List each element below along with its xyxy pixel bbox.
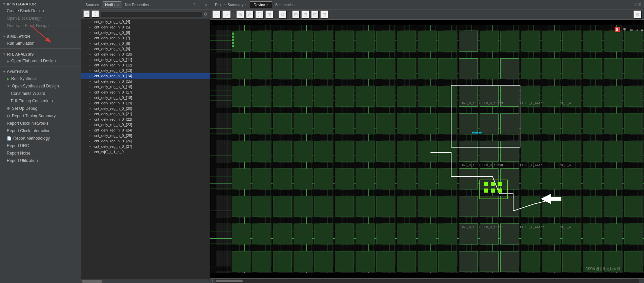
sidebar-item-run-synthesis[interactable]: ▶ Run Synthesis <box>0 75 81 82</box>
tab-net-properties[interactable]: Net Properties <box>122 2 152 8</box>
settings-icon[interactable]: ⚙ <box>204 12 208 17</box>
svg-rect-164 <box>459 58 478 79</box>
device-schematic-svg: INT_R_X3 CLBLM_R_X3Y59 CLBLL_L_X4Y59 INT… <box>210 20 644 278</box>
svg-rect-190 <box>583 86 602 107</box>
search-input[interactable] <box>101 11 202 17</box>
tab-netlist[interactable]: Netlist × <box>102 1 121 8</box>
float-icon[interactable]: × <box>205 3 207 7</box>
sidebar-item-open-block-design[interactable]: Open Block Design <box>0 15 81 22</box>
scroll-right-button[interactable]: › <box>640 279 644 283</box>
netlist-item[interactable]: ⌐cnt_fs[0]_i_1_n_0 <box>81 149 210 155</box>
netlist-item[interactable]: ⌐cnt_dely_reg_n_0_[24] <box>81 127 210 133</box>
sidebar-item-report-drc[interactable]: Report DRC <box>0 142 81 149</box>
netlist-item[interactable]: ⌐cnt_dely_reg_n_0_[22] <box>81 117 210 122</box>
fit-button[interactable]: ⛶ <box>255 11 264 19</box>
tab-project-summary[interactable]: Project Summary × <box>212 2 250 8</box>
netlist-item[interactable]: ⌐cnt_dely_reg_n_0_[14] <box>81 73 210 79</box>
layer-button[interactable]: ⊡ <box>320 11 328 19</box>
collapse-all-button[interactable]: ≡ <box>83 10 90 18</box>
tab-sources[interactable]: Sources <box>83 2 102 8</box>
netlist-item[interactable]: ⌐cnt_dely_reg_n_0_[7] <box>81 35 210 41</box>
section-synthesis[interactable]: ▼ SYNTHESIS <box>0 68 81 75</box>
svg-rect-283 <box>439 224 457 244</box>
svg-rect-146 <box>500 31 519 52</box>
netlist-item[interactable]: ⌐cnt_dely_reg_n_0_[6] <box>81 30 210 35</box>
sidebar-item-open-synthesized-design[interactable]: ▼ Open Synthesized Design <box>0 82 81 90</box>
sidebar-item-generate-block-design[interactable]: Generate Block Design <box>0 22 81 29</box>
sidebar-item-constraints-wizard[interactable]: Constraints Wizard <box>0 90 81 97</box>
minimize-icon[interactable]: - <box>197 3 199 7</box>
tab-device[interactable]: Device × <box>250 1 271 8</box>
zoom-in-button[interactable]: ⊕ <box>236 11 244 19</box>
svg-rect-30 <box>210 163 644 168</box>
netlist-item[interactable]: ⌐cnt_dely_reg_n_0_[13] <box>81 68 210 73</box>
netlist-item[interactable]: ⌐cnt_dely_reg_n_0_[11] <box>81 57 210 62</box>
svg-text:INT_R_X3: INT_R_X3 <box>462 225 477 229</box>
netlist-item[interactable]: ⌐cnt_dely_reg_n_0_[17] <box>81 89 210 95</box>
svg-rect-336 <box>479 132 481 134</box>
netlist-item[interactable]: ⌐cnt_dely_reg_n_0_[16] <box>81 84 210 89</box>
device-canvas[interactable]: INT_R_X3 CLBLM_R_X3Y59 CLBLL_L_X4Y59 INT… <box>210 20 644 278</box>
forward-button[interactable]: → <box>222 11 231 19</box>
grid-button[interactable]: ⊞ <box>292 11 300 19</box>
netlist-item[interactable]: ⌐cnt_dely_reg_n_0_[4] <box>81 19 210 24</box>
help-icon[interactable]: ? <box>193 3 195 7</box>
sidebar-item-report-noise[interactable]: Report Noise <box>0 149 81 157</box>
netlist-item[interactable]: ⌐cnt_dely_reg_n_0_[15] <box>81 79 210 84</box>
svg-rect-140 <box>377 31 395 52</box>
sidebar-item-create-block-design[interactable]: Create Block Design <box>0 7 81 15</box>
netlist-item[interactable]: ⌐cnt_dely_reg_n_0_[5] <box>81 24 210 30</box>
section-rtl-analysis[interactable]: ▼ RTL ANALYSIS <box>0 50 81 57</box>
float-icon[interactable]: ⊡ <box>638 2 641 7</box>
tab-schematic[interactable]: Schematic × <box>272 2 299 8</box>
scroll-thumb[interactable] <box>216 280 243 282</box>
expand-all-button[interactable]: ⇕ <box>92 10 99 18</box>
netlist-item[interactable]: ⌐cnt_dely_reg_n_0_[8] <box>81 41 210 46</box>
zoom-out-button[interactable]: ⊖ <box>246 11 254 19</box>
netlist-item[interactable]: ⌐cnt_dely_reg_n_0_[12] <box>81 62 210 68</box>
sidebar-item-edit-timing-constraints[interactable]: Edit Timing Constraints <box>0 97 81 105</box>
sidebar-item-report-clock-networks[interactable]: Report Clock Networks <box>0 120 81 127</box>
sidebar-item-run-simulation[interactable]: Run Simulation <box>0 40 81 47</box>
sidebar-item-open-elaborated-design[interactable]: ▶ Open Elaborated Design <box>0 57 81 65</box>
toggle-button[interactable]: ⊟ <box>311 11 319 19</box>
fit-selection-button[interactable]: ⊞ <box>265 11 274 19</box>
back-button[interactable]: ← <box>212 11 221 19</box>
netlist-item[interactable]: ⌐cnt_dely_reg_n_0_[10] <box>81 52 210 57</box>
netlist-item[interactable]: ⌐cnt_dely_reg_n_0_[19] <box>81 100 210 106</box>
netlist-item[interactable]: ⌐cnt_dely_reg_n_0_[20] <box>81 106 210 111</box>
netlist-item[interactable]: ⌐cnt_dely_reg_n_0_[25] <box>81 133 210 138</box>
section-simulation[interactable]: ▼ SIMULATION <box>0 33 81 40</box>
scroll-thumb[interactable] <box>82 280 102 283</box>
maximize-icon[interactable]: □ <box>201 3 203 7</box>
sidebar-item-report-timing-summary[interactable]: ⚙ Report Timing Summary <box>0 112 81 120</box>
netlist-item[interactable]: ⌐cnt_dely_reg_n_0_[18] <box>81 95 210 100</box>
netlist-item[interactable]: ⌐cnt_dely_reg_n_0_[23] <box>81 122 210 127</box>
netlist-item[interactable]: ⌐cnt_dely_reg_n_0_[27] <box>81 144 210 149</box>
netlist-item[interactable]: ⌐cnt_dely_reg_n_0_[26] <box>81 138 210 144</box>
item-label: Open Elaborated Design <box>11 59 56 63</box>
close-icon[interactable]: × <box>294 3 296 6</box>
device-horizontal-scrollbar[interactable] <box>215 279 639 283</box>
netlist-horizontal-scrollbar[interactable] <box>81 279 210 283</box>
scroll-left-button[interactable]: ‹ <box>210 279 214 283</box>
sidebar-item-report-utilization[interactable]: Report Utilization <box>0 157 81 164</box>
route-button[interactable]: ⊡ <box>301 11 309 19</box>
svg-rect-135 <box>273 31 292 52</box>
section-ip-integrator[interactable]: ▼ IP INTEGRATOR <box>0 0 81 7</box>
settings-button[interactable]: ⚙ <box>633 11 642 19</box>
svg-rect-216 <box>294 141 313 162</box>
sidebar-item-report-methodology[interactable]: 📄 Report Methodology <box>0 135 81 142</box>
svg-rect-243 <box>439 168 457 189</box>
chevron-down-icon: ▼ <box>3 70 6 74</box>
netlist-item[interactable]: ⌐cnt_dely_reg_n_0_[21] <box>81 111 210 117</box>
sidebar-item-report-clock-interaction[interactable]: Report Clock Interaction <box>0 127 81 135</box>
close-icon[interactable]: × <box>266 3 268 7</box>
sidebar-item-set-up-debug[interactable]: ⚙ Set Up Debug <box>0 105 81 112</box>
refresh-button[interactable]: ↺ <box>279 11 287 19</box>
close-icon[interactable]: × <box>245 3 247 6</box>
svg-rect-280 <box>377 224 395 244</box>
close-icon[interactable]: × <box>117 3 119 7</box>
help-icon[interactable]: ? <box>635 2 637 7</box>
netlist-item[interactable]: ⌐cnt_dely_reg_n_0_[9] <box>81 46 210 52</box>
